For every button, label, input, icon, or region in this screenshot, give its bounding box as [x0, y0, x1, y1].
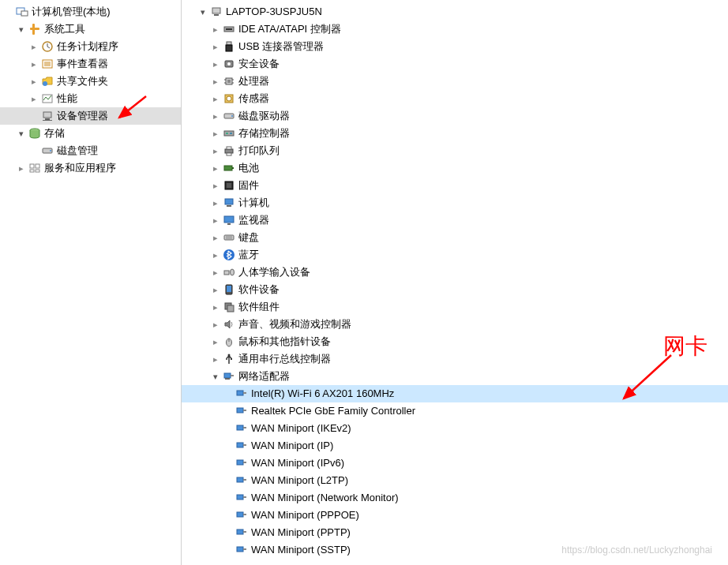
expand-icon[interactable]	[28, 41, 39, 52]
expand-icon[interactable]	[210, 76, 221, 87]
device-nic-realtek[interactable]: Realtek PCIe GbE Family Controller	[182, 402, 728, 420]
svg-rect-41	[230, 133, 232, 134]
tree-shared-folders[interactable]: 共享文件夹	[0, 73, 181, 90]
shared-folder-icon	[41, 75, 54, 88]
expand-icon[interactable]	[210, 93, 221, 104]
tree-event-viewer[interactable]: 事件查看器	[0, 55, 181, 73]
expand-icon[interactable]	[210, 371, 221, 382]
device-nic-wan-ipv6[interactable]: WAN Miniport (IPv6)	[182, 455, 728, 472]
tree-disk-management[interactable]: 磁盘管理	[0, 142, 181, 159]
device-nic-wan-l2tp[interactable]: WAN Miniport (L2TP)	[182, 472, 728, 489]
device-ide[interactable]: IDE ATA/ATAPI 控制器	[182, 21, 728, 38]
expand-icon[interactable]	[210, 319, 221, 330]
tree-system-tools[interactable]: 系统工具	[0, 21, 181, 38]
cpu-icon	[223, 75, 235, 88]
expand-icon[interactable]	[28, 58, 39, 69]
expand-icon[interactable]	[210, 336, 221, 347]
device-monitor[interactable]: 监视器	[182, 211, 728, 229]
expand-icon[interactable]	[210, 145, 221, 156]
svg-rect-20	[36, 170, 39, 172]
device-usb-controller[interactable]: 通用串行总线控制器	[182, 350, 728, 368]
device-nic-wan-pptp[interactable]: WAN Miniport (PPTP)	[182, 524, 728, 541]
device-nic-wan-ikev2[interactable]: WAN Miniport (IKEv2)	[182, 420, 728, 437]
expand-icon[interactable]	[210, 110, 221, 122]
expand-icon[interactable]	[210, 128, 221, 139]
expand-icon[interactable]	[210, 354, 221, 365]
svg-rect-89	[237, 547, 243, 552]
device-network-adapters[interactable]: 网络适配器	[182, 368, 728, 385]
tree-root-computer-management[interactable]: 计算机管理(本地)	[0, 3, 181, 21]
expand-icon[interactable]	[210, 267, 221, 278]
tree-label: 设备管理器	[57, 107, 108, 125]
expand-icon[interactable]	[16, 128, 27, 139]
computer-icon	[223, 196, 235, 209]
expand-icon[interactable]	[210, 180, 221, 191]
device-hid[interactable]: 人体学输入设备	[182, 264, 728, 281]
device-sensor[interactable]: 传感器	[182, 90, 728, 107]
device-nic-wan-ip[interactable]: WAN Miniport (IP)	[182, 437, 728, 455]
device-mouse[interactable]: 鼠标和其他指针设备	[182, 333, 728, 350]
device-keyboard[interactable]: 键盘	[182, 229, 728, 246]
usb-controller-icon	[223, 353, 235, 365]
expand-icon[interactable]	[210, 249, 221, 260]
software-component-icon	[223, 301, 235, 313]
tree-device-manager[interactable]: 设备管理器	[0, 107, 181, 125]
svg-rect-48	[227, 183, 231, 188]
expand-icon[interactable]	[16, 24, 27, 35]
svg-point-38	[231, 115, 233, 117]
tree-label: 事件查看器	[57, 55, 108, 73]
device-software-components[interactable]: 软件组件	[182, 298, 728, 316]
expand-icon[interactable]	[28, 76, 39, 87]
tree-label: 人体学输入设备	[238, 264, 310, 281]
nic-icon	[235, 509, 248, 522]
expand-icon[interactable]	[28, 93, 39, 104]
device-usb[interactable]: USB 连接器管理器	[182, 38, 728, 55]
device-battery[interactable]: 电池	[182, 159, 728, 177]
expand-icon[interactable]	[210, 41, 221, 52]
svg-rect-42	[225, 149, 233, 153]
device-nic-intel[interactable]: Intel(R) Wi-Fi 6 AX201 160MHz	[182, 385, 728, 402]
device-print-queue[interactable]: 打印队列	[182, 142, 728, 159]
usb-icon	[223, 40, 235, 53]
device-nic-wan-netmon[interactable]: WAN Miniport (Network Monitor)	[182, 489, 728, 507]
tree-task-scheduler[interactable]: 任务计划程序	[0, 38, 181, 55]
expand-icon[interactable]	[210, 197, 221, 208]
annotation-label: 网卡	[663, 331, 707, 361]
nic-icon	[235, 474, 248, 487]
expand-icon[interactable]	[210, 301, 221, 312]
device-security[interactable]: 安全设备	[182, 55, 728, 73]
svg-rect-78	[243, 444, 246, 446]
device-nic-wan-pppoe[interactable]: WAN Miniport (PPPOE)	[182, 507, 728, 524]
clock-icon	[41, 40, 54, 53]
tree-label: 磁盘管理	[57, 142, 98, 159]
device-bluetooth[interactable]: 蓝牙	[182, 246, 728, 264]
expand-icon[interactable]	[210, 284, 221, 295]
expand-icon[interactable]	[210, 58, 221, 69]
tree-performance[interactable]: 性能	[0, 90, 181, 107]
tree-label: 安全设备	[238, 55, 280, 73]
device-processor[interactable]: 处理器	[182, 73, 728, 90]
svg-rect-86	[243, 514, 246, 515]
svg-rect-19	[30, 170, 34, 172]
expand-icon[interactable]	[197, 6, 208, 17]
tree-services-apps[interactable]: 服务和应用程序	[0, 159, 181, 177]
network-adapter-icon	[223, 370, 235, 383]
expand-icon[interactable]	[210, 163, 221, 174]
device-software-devices[interactable]: 软件设备	[182, 281, 728, 298]
device-computers[interactable]: 计算机	[182, 194, 728, 211]
svg-rect-87	[237, 529, 243, 534]
expand-icon[interactable]	[210, 215, 221, 226]
device-storage-controller[interactable]: 存储控制器	[182, 125, 728, 142]
device-firmware[interactable]: 固件	[182, 177, 728, 194]
expand-icon[interactable]	[16, 163, 27, 174]
svg-rect-74	[243, 410, 246, 411]
console-tree-panel: 计算机管理(本地) 系统工具 任务计划程序 事件查看器	[0, 0, 182, 565]
expand-icon[interactable]	[210, 232, 221, 243]
tree-label: IDE ATA/ATAPI 控制器	[238, 21, 341, 38]
device-sound[interactable]: 声音、视频和游戏控制器	[182, 316, 728, 333]
device-disk-drive[interactable]: 磁盘驱动器	[182, 107, 728, 125]
device-root-computer[interactable]: LAPTOP-3USPJU5N	[182, 3, 728, 21]
expand-icon[interactable]	[210, 24, 221, 35]
tree-storage[interactable]: 存储	[0, 125, 181, 142]
svg-rect-75	[237, 425, 243, 430]
